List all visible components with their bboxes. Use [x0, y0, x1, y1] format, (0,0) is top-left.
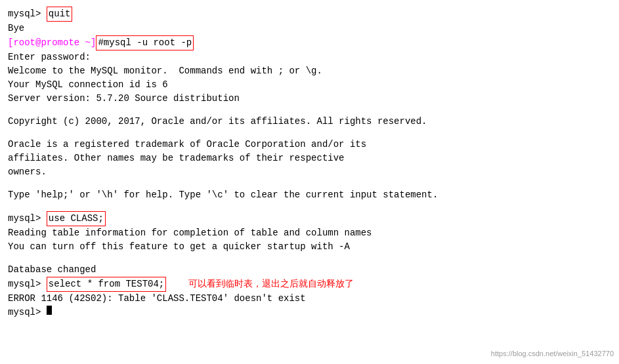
- text-turnoff: You can turn off this feature to get a q…: [8, 240, 350, 254]
- blank-3: [8, 179, 611, 188]
- text-db-changed: Database changed: [8, 263, 96, 277]
- cmd-quit: quit: [47, 7, 73, 22]
- cmd-select: select * from TEST04;: [47, 277, 166, 292]
- blank-4: [8, 202, 611, 211]
- line-enter-password: Enter password:: [8, 51, 611, 64]
- text-oracle-2: affiliates. Other names may be trademark…: [8, 152, 344, 165]
- root-cmd: #mysql -u root -p: [96, 35, 194, 51]
- space: [41, 7, 46, 21]
- text-reading: Reading table information for completion…: [8, 226, 372, 240]
- line-welcome: Welcome to the MySQL monitor. Commands e…: [8, 64, 611, 78]
- prompt-mysql-4: mysql>: [8, 306, 41, 319]
- text-error: ERROR 1146 (42S02): Table 'CLASS.TEST04'…: [8, 292, 306, 306]
- watermark: https://blog.csdn.net/weixin_51432770: [491, 348, 614, 359]
- text-enter-password: Enter password:: [8, 51, 91, 64]
- line-copyright: Copyright (c) 2000, 2017, Oracle and/or …: [8, 115, 611, 129]
- line-reading: Reading table information for completion…: [8, 226, 611, 240]
- text-bye: Bye: [8, 22, 24, 35]
- text-welcome: Welcome to the MySQL monitor. Commands e…: [8, 64, 322, 78]
- line-use-class: mysql> use CLASS;: [8, 211, 611, 226]
- line-error: ERROR 1146 (42S02): Table 'CLASS.TEST04'…: [8, 292, 611, 306]
- line-conn-id: Your MySQL connection id is 6: [8, 78, 611, 92]
- text-oracle-1: Oracle is a registered trademark of Orac…: [8, 138, 366, 152]
- terminal: mysql> quit Bye [root@promote ~]#mysql -…: [0, 0, 619, 364]
- line-1: mysql> quit: [8, 7, 611, 22]
- blank-1: [8, 106, 611, 115]
- text-copyright: Copyright (c) 2000, 2017, Oracle and/or …: [8, 115, 427, 129]
- blank-5: [8, 254, 611, 263]
- line-oracle-2: affiliates. Other names may be trademark…: [8, 152, 611, 165]
- line-type-help: Type 'help;' or '\h' for help. Type '\c'…: [8, 188, 611, 202]
- line-bye: Bye: [8, 22, 611, 35]
- line-server-version: Server version: 5.7.20 Source distributi…: [8, 92, 611, 106]
- line-select: mysql> select * from TEST04; 可以看到临时表，退出之…: [8, 277, 611, 292]
- text-server-version: Server version: 5.7.20 Source distributi…: [8, 92, 240, 106]
- blank-2: [8, 129, 611, 138]
- space3: [41, 277, 46, 291]
- text-oracle-3: owners.: [8, 165, 47, 179]
- line-turnoff: You can turn off this feature to get a q…: [8, 240, 611, 254]
- comment-temp-table: 可以看到临时表，退出之后就自动释放了: [188, 277, 354, 291]
- prompt-mysql-2: mysql>: [8, 212, 41, 226]
- line-root-cmd: [root@promote ~]#mysql -u root -p: [8, 35, 611, 51]
- line-oracle-3: owners.: [8, 165, 611, 179]
- prompt-mysql-3: mysql>: [8, 277, 41, 291]
- space2: [41, 212, 46, 226]
- cursor-block: [47, 306, 52, 315]
- prompt-mysql-1: mysql>: [8, 7, 41, 21]
- space5: [41, 306, 46, 319]
- line-oracle-1: Oracle is a registered trademark of Orac…: [8, 138, 611, 152]
- text-conn-id: Your MySQL connection id is 6: [8, 78, 168, 92]
- space4: [166, 277, 188, 291]
- cmd-use-class: use CLASS;: [47, 211, 106, 226]
- text-type-help: Type 'help;' or '\h' for help. Type '\c'…: [8, 188, 438, 202]
- line-cursor: mysql>: [8, 306, 611, 319]
- line-db-changed: Database changed: [8, 263, 611, 277]
- root-prompt: [root@promote ~]: [8, 36, 96, 50]
